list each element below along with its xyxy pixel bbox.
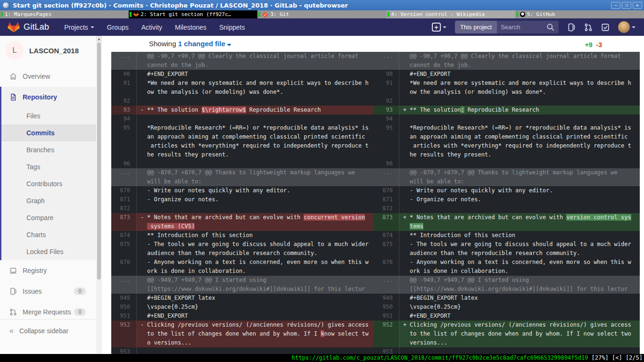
restore-button[interactable]: ❐	[622, 2, 631, 9]
line-number[interactable]: 872	[374, 204, 399, 213]
line-number[interactable]: ...	[111, 168, 137, 186]
search-scope-label[interactable]: This project	[455, 21, 497, 33]
sidebar-item-tags[interactable]: Tags	[1, 158, 96, 175]
line-number[interactable]: 95	[374, 123, 399, 159]
line-number[interactable]: 875	[111, 240, 137, 258]
collapse-sidebar-button[interactable]: « Collapse sidebar	[0, 319, 96, 342]
browser-tab-1[interactable]: 1: MarquesPages	[0, 10, 129, 18]
line-number[interactable]: ...	[111, 276, 137, 294]
line-number[interactable]: 90	[111, 70, 137, 79]
sidebar-item-commits[interactable]: Commits	[1, 124, 96, 141]
gitlab-wordmark[interactable]: GitLab	[24, 22, 49, 32]
nav-groups[interactable]: Groups	[107, 24, 129, 31]
sidebar-item-contributors[interactable]: Contributors	[1, 175, 96, 192]
line-number[interactable]: 874	[374, 231, 399, 240]
browser-tab-5[interactable]: 5: GitHub	[515, 10, 644, 18]
line-number[interactable]: 873	[111, 213, 137, 231]
line-number[interactable]: 91	[111, 79, 137, 97]
browser-tab-3[interactable]: 3: Git	[257, 10, 386, 18]
line-number[interactable]: 875	[374, 240, 399, 258]
nav-snippets[interactable]: Snippets	[219, 24, 245, 31]
line-number[interactable]: 94	[111, 115, 137, 123]
line-number[interactable]: 96	[111, 159, 137, 168]
line-number[interactable]: ...	[374, 52, 399, 70]
diff-row: 93-** The solution $\rightarrow$ Reprodu…	[111, 106, 374, 115]
diff-line-content: @@ -870,7 +870,7 @@ Thanks to lightweigh…	[137, 168, 374, 186]
nav-milestones[interactable]: Milestones	[175, 24, 206, 31]
line-number[interactable]: ...	[374, 168, 399, 186]
diff-line-content: - The tools we are going to discuss shou…	[399, 240, 640, 258]
line-number[interactable]: 952	[111, 321, 137, 347]
scrollbar-thumb[interactable]	[97, 42, 101, 280]
sidebar-item-repository[interactable]: Repository	[1, 87, 96, 107]
line-number[interactable]: 870	[111, 186, 137, 195]
sidebar-scrollbar[interactable]: ▲	[96, 36, 102, 354]
issues-dashboard-icon[interactable]	[567, 23, 576, 32]
line-number[interactable]: 871	[374, 195, 399, 204]
changed-files-dropdown[interactable]: 1 changed file	[178, 40, 225, 48]
sidebar-item-branches[interactable]: Branches	[1, 141, 96, 158]
diff-row: 91*We need are more systematic and more …	[111, 79, 374, 97]
scrollbar-up-arrow-icon[interactable]: ▲	[96, 36, 102, 42]
close-button[interactable]: ✕	[633, 2, 642, 9]
line-number[interactable]: 951	[111, 312, 137, 321]
line-number[interactable]: 96	[374, 159, 399, 168]
gitlab-logo-icon[interactable]	[8, 21, 20, 33]
user-menu[interactable]	[618, 21, 636, 33]
line-number[interactable]: 874	[111, 231, 137, 240]
chevron-down-icon[interactable]	[227, 44, 231, 46]
window-titlebar[interactable]: Start git section (ff927c0b) · Commits ·…	[0, 0, 644, 10]
new-menu-button[interactable]: +	[432, 23, 446, 32]
todos-icon[interactable]	[601, 23, 610, 32]
line-number[interactable]: 953	[374, 347, 399, 354]
diff-row: 93+** The solution: Reproducible Researc…	[374, 106, 640, 115]
line-number[interactable]: 951	[374, 312, 399, 321]
line-number[interactable]: 873	[374, 213, 399, 231]
merge-requests-icon[interactable]	[584, 23, 593, 32]
line-number[interactable]: 952	[374, 321, 399, 347]
sidebar-item-issues[interactable]: Issues 0	[0, 281, 96, 302]
line-number[interactable]: 950	[111, 303, 137, 312]
issues-count-badge: 0	[74, 288, 86, 295]
browser-statusbar[interactable]: https://gitlab.com/c_pouzat/LASCON_2018/…	[0, 354, 644, 362]
nav-projects[interactable]: Projects	[64, 24, 94, 31]
line-number[interactable]: 949	[111, 294, 137, 303]
search-input[interactable]	[497, 24, 546, 31]
browser-tab-2[interactable]: 2: Start git section (ff927c…	[129, 10, 257, 18]
line-number[interactable]: 950	[374, 303, 399, 312]
line-number[interactable]: 90	[374, 70, 399, 79]
sidebar-item-overview[interactable]: Overview	[0, 66, 96, 87]
line-number[interactable]: 871	[111, 195, 137, 204]
line-number[interactable]: 876	[374, 258, 399, 276]
diff-line-content	[399, 204, 640, 213]
diff-row: ...@@ -90,7 +90,7 @@ Clearly the classic…	[111, 52, 374, 70]
line-number[interactable]: 93	[111, 106, 137, 115]
minimize-button[interactable]: –	[611, 2, 620, 9]
line-number[interactable]: ...	[111, 52, 137, 70]
nav-activity[interactable]: Activity	[141, 24, 162, 31]
merge-requests-count-badge: 0	[74, 308, 86, 316]
line-number[interactable]: 953	[111, 347, 137, 354]
sidebar-item-locked-files[interactable]: Locked Files	[1, 243, 96, 260]
line-number[interactable]: 95	[111, 123, 137, 159]
browser-tab-4[interactable]: 4: Version control - Wikipedia	[387, 10, 515, 18]
line-number[interactable]: 91	[374, 79, 399, 97]
line-number[interactable]: 93	[374, 106, 399, 115]
line-number[interactable]: 870	[374, 186, 399, 195]
search-icon[interactable]	[546, 23, 555, 32]
tab-load-indicator	[516, 12, 518, 17]
sidebar-item-files[interactable]: Files	[1, 107, 96, 124]
line-number[interactable]: 94	[374, 115, 399, 123]
sidebar-item-registry[interactable]: Registry	[0, 260, 96, 281]
line-number[interactable]: 92	[111, 97, 137, 106]
sidebar-item-charts[interactable]: Charts	[1, 226, 96, 243]
line-number[interactable]: 92	[374, 97, 399, 106]
sidebar-item-compare[interactable]: Compare	[1, 209, 96, 226]
line-number[interactable]: ...	[374, 276, 399, 294]
diff-files-summary: Showing 1 changed file	[149, 40, 231, 48]
line-number[interactable]: 876	[111, 258, 137, 276]
project-header[interactable]: L LASCON_2018	[0, 36, 96, 66]
sidebar-item-graph[interactable]: Graph	[1, 192, 96, 209]
line-number[interactable]: 949	[374, 294, 399, 303]
line-number[interactable]: 872	[111, 204, 137, 213]
